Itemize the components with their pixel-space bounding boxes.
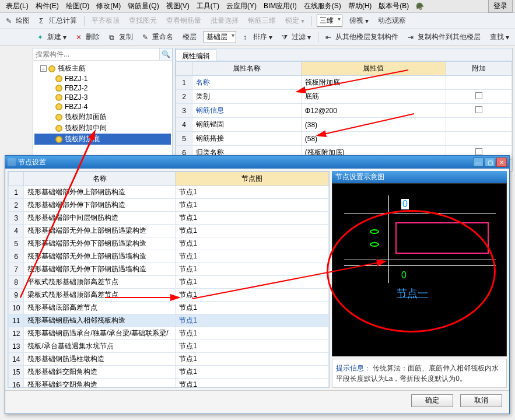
property-row[interactable]: 2类别底筋 (176, 90, 512, 104)
node-row[interactable]: 12筏形基础钢筋遇承台/独基/承台梁/基础联系梁/节点1 (9, 327, 329, 340)
node-image[interactable]: 节点1 (176, 199, 329, 212)
delete-button[interactable]: ✕删除 (73, 31, 102, 43)
node-row[interactable]: 8平板式筏形基础顶部高差节点节点1 (9, 276, 329, 289)
draw-button[interactable]: ✎绘图 (3, 15, 32, 27)
prop-extra[interactable] (446, 76, 512, 90)
login-button[interactable]: 登录 (488, 0, 513, 13)
view-3d-dropdown[interactable]: 三维 (317, 15, 342, 27)
tree-item[interactable]: 筏板附加底 (34, 134, 171, 145)
node-row[interactable]: 4筏形基础端部无外伸上部钢筋遇梁构造节点1 (9, 225, 329, 237)
menu-item[interactable]: 帮助(H) (345, 0, 376, 12)
node-row[interactable]: 2筏形基础端部外伸下部钢筋构造节点1 (9, 199, 329, 212)
batch-select-button[interactable]: 批量选择 (208, 15, 241, 27)
menu-item[interactable]: 视图(V) (163, 0, 193, 12)
node-image[interactable]: 节点1 (176, 250, 329, 263)
node-row[interactable]: 11筏形基础钢筋锚入相邻筏板构造节点1 (9, 314, 329, 327)
tree-item[interactable]: FBZJ-1 (34, 74, 171, 83)
node-image[interactable]: 节点1 (176, 327, 329, 340)
filter-button[interactable]: ⧩过滤 ▾ (279, 31, 313, 43)
node-row[interactable]: 7筏形基础端部无外伸下部钢筋遇墙构造节点1 (9, 263, 329, 276)
node-image[interactable]: 节点1 (176, 340, 329, 353)
prop-extra[interactable] (446, 118, 512, 132)
node-image[interactable]: 节点1 (176, 212, 329, 225)
find-element-button[interactable]: 查找图元 (127, 15, 159, 27)
orbit-button[interactable]: 动态观察 (376, 15, 408, 27)
rename-button[interactable]: ✎重命名 (140, 31, 176, 43)
property-row[interactable]: 1名称筏板附加底 (176, 76, 512, 90)
tree-item[interactable]: FBZJ-4 (34, 102, 171, 111)
node-image[interactable]: 节点1 (176, 366, 329, 379)
menu-item[interactable]: 在线服务(S) (300, 0, 345, 12)
checkbox[interactable] (475, 92, 482, 99)
prop-extra[interactable] (446, 132, 512, 146)
copy-to-button[interactable]: ⇥复制构件到其他楼层 (405, 31, 483, 43)
cancel-button[interactable]: 取消 (460, 394, 502, 407)
tab-property-edit[interactable]: 属性编辑 (176, 49, 216, 61)
node-image[interactable]: 节点1 (176, 353, 329, 366)
perspective-button[interactable]: 俯视 ▾ (347, 15, 371, 27)
node-row[interactable]: 9梁板式筏形基础顶部高差节点节点1 (9, 289, 329, 302)
collapse-icon[interactable]: − (40, 65, 47, 72)
prop-value[interactable]: 筏板附加底 (301, 76, 446, 90)
node-row[interactable]: 15筏形基础斜交阳角构造节点1 (9, 366, 329, 379)
menu-item[interactable]: 绘图(D) (62, 0, 93, 12)
node-row[interactable]: 3筏形基础端部中间层钢筋构造节点1 (9, 212, 329, 225)
prop-extra[interactable] (446, 104, 512, 118)
sum-button[interactable]: Σ汇总计算 (37, 15, 79, 27)
lock-button[interactable]: 锁定 ▾ (283, 15, 307, 27)
checkbox[interactable] (475, 106, 482, 113)
checkbox[interactable] (475, 148, 482, 155)
rebar-3d-button[interactable]: 钢筋三维 (246, 15, 278, 27)
sort-button[interactable]: ↕排序 ▾ (241, 31, 275, 43)
tree-item[interactable]: 筏板附加中间 (34, 123, 171, 134)
prop-value[interactable]: 底筋 (301, 90, 446, 104)
node-row[interactable]: 10筏形基础底部高差节点节点1 (9, 302, 329, 314)
node-image[interactable]: 节点1 (176, 225, 329, 237)
property-row[interactable]: 3钢筋信息Φ12@200 (176, 104, 512, 118)
node-row[interactable]: 1筏形基础端部外伸上部钢筋构造节点1 (9, 186, 329, 199)
node-image[interactable]: 节点1 (176, 289, 329, 302)
menu-item[interactable]: 工具(T) (193, 0, 223, 12)
copy-button[interactable]: ⧉复制 (107, 31, 135, 43)
node-row[interactable]: 16筏形基础斜交阴角构造节点1 (9, 379, 329, 388)
flat-top-button[interactable]: 平齐板顶 (89, 15, 122, 27)
node-image[interactable]: 节点1 (176, 186, 329, 199)
menu-item[interactable]: 钢筋量(Q) (124, 0, 162, 12)
menu-item[interactable]: 构件(E) (32, 0, 62, 12)
node-image[interactable]: 节点1 (176, 276, 329, 289)
tree-root[interactable]: − 筏板主筋 (34, 63, 171, 74)
search-input[interactable] (33, 48, 159, 60)
tree-item[interactable]: FBZJ-3 (34, 93, 171, 102)
menu-item[interactable]: 表层(L) (2, 0, 32, 12)
tree-item[interactable]: 筏板附加面筋 (34, 111, 171, 123)
node-row[interactable]: 14筏形基础钢筋遇柱墩构造节点1 (9, 353, 329, 366)
property-row[interactable]: 4钢筋锚固(38) (176, 118, 512, 132)
node-image[interactable]: 节点1 (176, 314, 329, 327)
ok-button[interactable]: 确定 (411, 394, 453, 407)
floor-dropdown[interactable]: 基础层 (204, 31, 236, 43)
minimize-button[interactable]: — (473, 158, 484, 167)
menu-item[interactable]: 云应用(Y) (223, 0, 260, 12)
menu-item[interactable]: 版本号(B) (375, 0, 412, 12)
menu-item[interactable]: 修改(M) (93, 0, 124, 12)
node-image[interactable]: 节点1 (176, 302, 329, 314)
view-rebar-button[interactable]: 查看钢筋量 (164, 15, 204, 27)
tree-item[interactable]: FBZJ-2 (34, 83, 171, 93)
helmet-icon[interactable]: 🪖 (412, 1, 428, 12)
property-row[interactable]: 5钢筋搭接(58) (176, 132, 512, 146)
node-image[interactable]: 节点1 (176, 379, 329, 388)
find-button[interactable]: 查找 ▾ (488, 31, 512, 43)
maximize-button[interactable]: ▢ (485, 158, 495, 167)
copy-from-button[interactable]: ⇤从其他楼层复制构件 (323, 31, 401, 43)
menu-item[interactable]: BIM应用(I) (260, 0, 300, 12)
dialog-titlebar[interactable]: 节点设置 — ▢ ✕ (5, 156, 509, 169)
search-button[interactable]: 🔍 (159, 48, 172, 60)
prop-value[interactable]: Φ12@200 (301, 104, 446, 118)
close-button[interactable]: ✕ (496, 158, 507, 167)
node-image[interactable]: 节点1 (176, 237, 329, 250)
node-row[interactable]: 13筏板/承台基础遇集水坑节点节点1 (9, 340, 329, 353)
prop-value[interactable]: (38) (301, 118, 446, 132)
new-button[interactable]: ✦新建 ▾ (35, 31, 69, 43)
node-row[interactable]: 5筏形基础端部无外伸下部钢筋遇梁构造节点1 (9, 237, 329, 250)
node-row[interactable]: 6筏形基础端部无外伸上部钢筋遇墙构造节点1 (9, 250, 329, 263)
